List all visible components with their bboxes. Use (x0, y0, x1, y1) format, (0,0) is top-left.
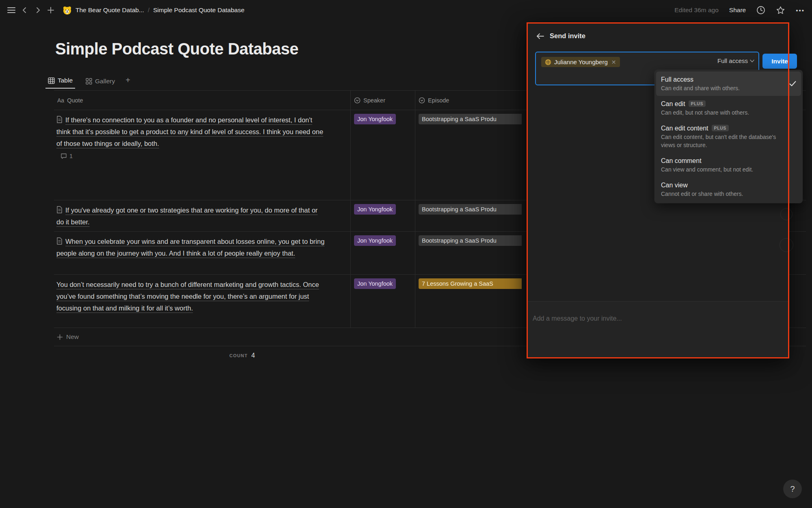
speaker-cell[interactable]: Jon Yongfook (350, 275, 415, 328)
menu-option-can-comment[interactable]: Can comment Can view and comment, but no… (656, 153, 801, 177)
quote-cell[interactable]: You don’t necessarily need to try a bunc… (54, 275, 350, 328)
episode-tag[interactable]: 7 Lessons Growing a SaaS (419, 278, 522, 289)
back-icon[interactable] (21, 7, 28, 14)
speaker-tag[interactable]: Jon Yongfook (354, 204, 396, 215)
episode-tag[interactable]: Bootstrapping a SaaS Produ (419, 204, 522, 215)
ghost-avatar-circle (780, 208, 793, 220)
tab-table[interactable]: Table (45, 77, 75, 89)
top-bar: The Bear Quote Datab... / Simple Podcast… (0, 0, 812, 20)
column-header-quote[interactable]: Aa Quote (54, 91, 350, 110)
breadcrumb-page[interactable]: Simple Podcast Quote Database (153, 7, 244, 14)
menu-option-can-edit[interactable]: Can editPLUS Can edit, but not share wit… (656, 96, 801, 120)
title-property-icon: Aa (57, 97, 64, 104)
share-button[interactable]: Share (729, 7, 746, 14)
comment-icon (60, 153, 67, 159)
count-value: 4 (251, 352, 255, 359)
access-level-menu: Full access Can edit and share with othe… (654, 70, 803, 203)
more-options-icon[interactable]: ••• (796, 7, 805, 14)
table-view-icon (48, 77, 55, 84)
comment-count[interactable]: 1 (60, 153, 327, 159)
speaker-tag[interactable]: Jon Yongfook (354, 235, 396, 246)
page-title: Simple Podcast Quote Database (55, 40, 298, 58)
episode-tag[interactable]: Bootstrapping a SaaS Produ (419, 114, 522, 124)
tab-label: Gallery (95, 78, 115, 85)
recipient-name: Julianne Youngberg (554, 59, 608, 65)
tab-gallery[interactable]: Gallery (83, 78, 117, 89)
plus-icon (57, 334, 63, 340)
checkmark-icon (789, 81, 796, 87)
select-property-icon (354, 97, 361, 104)
recipient-tag[interactable]: Julianne Youngberg ✕ (541, 57, 620, 67)
speaker-tag[interactable]: Jon Yongfook (354, 114, 396, 124)
edited-timestamp: Edited 36m ago (674, 7, 719, 14)
breadcrumb: The Bear Quote Datab... / Simple Podcast… (63, 6, 244, 15)
forward-icon[interactable] (34, 7, 41, 14)
view-tabs: Table Gallery + (45, 76, 130, 89)
chevron-down-icon (750, 59, 754, 63)
speaker-cell[interactable]: Jon Yongfook (350, 200, 415, 231)
message-placeholder: Add a message to your invite... (533, 315, 622, 322)
access-level-dropdown[interactable]: Full access (717, 57, 754, 64)
favorite-star-icon[interactable] (776, 6, 785, 15)
episode-tag[interactable]: Bootstrapping a SaaS Produ (419, 235, 522, 246)
invite-message-input[interactable]: Add a message to your invite... (527, 301, 789, 358)
menu-option-can-edit-content[interactable]: Can edit contentPLUS Can edit content, b… (656, 120, 801, 153)
sidebar-menu-icon[interactable] (7, 7, 15, 13)
select-property-icon (419, 97, 425, 104)
invite-button[interactable]: Invite (762, 54, 797, 69)
ghost-avatar-circle (780, 238, 793, 252)
menu-option-full-access[interactable]: Full access Can edit and share with othe… (656, 72, 801, 96)
plus-badge: PLUS (689, 100, 706, 107)
column-header-speaker[interactable]: Speaker (350, 91, 415, 110)
add-view-button[interactable]: + (125, 76, 130, 89)
new-page-icon[interactable] (47, 7, 54, 14)
speaker-cell[interactable]: Jon Yongfook (350, 232, 415, 274)
breadcrumb-workspace[interactable]: The Bear Quote Datab... (76, 7, 144, 14)
back-arrow-icon[interactable] (536, 33, 544, 39)
menu-option-can-view[interactable]: Can view Cannot edit or share with other… (656, 177, 801, 202)
page-icon (56, 116, 63, 123)
quote-cell[interactable]: If you've already got one or two strateg… (54, 200, 350, 231)
bear-page-icon (63, 6, 72, 15)
remove-recipient-icon[interactable]: ✕ (611, 59, 616, 65)
speaker-tag[interactable]: Jon Yongfook (354, 278, 396, 289)
breadcrumb-separator: / (148, 7, 149, 14)
globe-icon (545, 59, 551, 65)
count-label: COUNT (229, 353, 248, 358)
quote-cell[interactable]: When you celebrate your wins and are tra… (54, 232, 350, 274)
page-icon (56, 237, 63, 245)
plus-badge: PLUS (712, 125, 729, 131)
popover-title: Send invite (550, 32, 585, 40)
gallery-view-icon (86, 78, 92, 85)
page-icon (56, 206, 63, 213)
tab-label: Table (58, 77, 73, 84)
quote-cell[interactable]: If there's no connection to you as a fou… (54, 110, 350, 200)
updates-clock-icon[interactable] (756, 6, 765, 15)
help-button[interactable]: ? (783, 480, 802, 498)
speaker-cell[interactable]: Jon Yongfook (350, 110, 415, 200)
